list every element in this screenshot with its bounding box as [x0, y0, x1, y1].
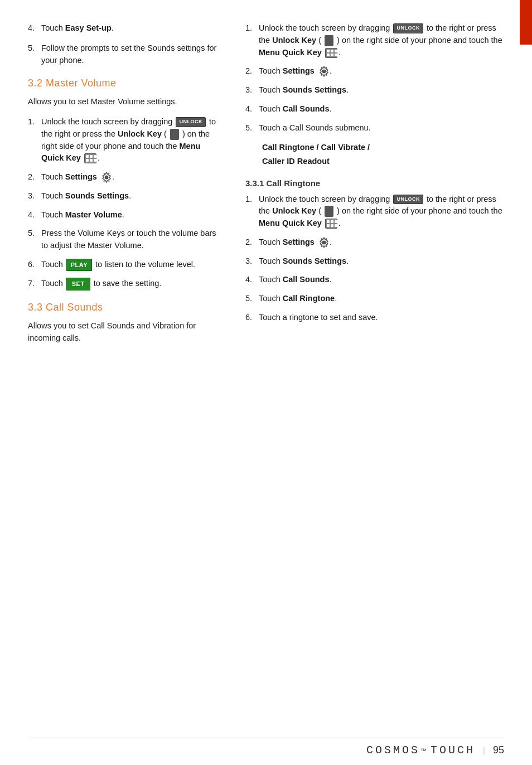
- footer-brand-cosmos: COSMOS: [366, 744, 420, 757]
- bold-text: Call Sounds: [283, 104, 330, 113]
- section-33-desc: Allows you to set Call Sounds and Vibrat…: [28, 320, 217, 345]
- menu-key-icon: [84, 153, 96, 163]
- dot: [331, 54, 333, 56]
- menu-key-grid: [325, 219, 337, 229]
- list-number: 4.: [245, 103, 259, 115]
- dot: [327, 50, 330, 52]
- list-number: 4.: [28, 22, 41, 35]
- dot: [331, 220, 333, 223]
- list-number: 6.: [28, 259, 41, 271]
- menu-key-icon: [325, 48, 337, 58]
- page-number: 95: [493, 744, 504, 756]
- list-item: 3. Touch Sounds Settings.: [245, 84, 504, 96]
- footer-brand-touch: TOUCH: [431, 744, 475, 757]
- list-item: 6. Touch a ringtone to set and save.: [245, 312, 504, 324]
- red-tab-decoration: [520, 0, 532, 45]
- list-item: 1. Unlock the touch screen by dragging U…: [28, 116, 217, 164]
- settings-gear-icon: [318, 66, 330, 77]
- dot: [327, 54, 330, 56]
- list-item: 5. Touch a Call Sounds submenu.: [245, 122, 504, 134]
- page: 4. Touch Easy Set-up. 5. Follow the prom…: [0, 0, 532, 765]
- menu-key-grid: [325, 48, 337, 58]
- list-content: Touch Master Volume.: [41, 209, 217, 221]
- list-content: Touch Call Sounds.: [259, 103, 504, 115]
- section-33-steps: 1. Unlock the touch screen by dragging U…: [245, 22, 504, 134]
- list-content: Follow the prompts to set the Sounds set…: [41, 42, 217, 67]
- section-331: 3.3.1 Call Ringtone 1. Unlock the touch …: [245, 178, 504, 324]
- list-item: 4. Touch Master Volume.: [28, 209, 217, 221]
- dot: [90, 155, 93, 158]
- section-32: 3.2 Master Volume Allows you to set Mast…: [28, 78, 217, 290]
- top-list: 4. Touch Easy Set-up. 5. Follow the prom…: [28, 22, 217, 66]
- list-item: 4. Touch Easy Set-up.: [28, 22, 217, 35]
- bold-text: Menu Quick Key: [41, 142, 200, 163]
- svg-point-0: [105, 176, 108, 179]
- list-item: 2. Touch Settings .: [28, 171, 217, 183]
- list-item: 2. Touch Settings .: [245, 65, 504, 78]
- list-content: Touch a ringtone to set and save.: [259, 312, 504, 324]
- list-number: 3.: [245, 255, 259, 268]
- dot: [335, 54, 337, 56]
- bold-text: Call Ringtone: [283, 294, 335, 303]
- list-number: 3.: [28, 190, 41, 202]
- bold-text: Call Sounds: [283, 275, 330, 284]
- list-content: Touch Sounds Settings.: [41, 190, 217, 202]
- dot: [335, 50, 337, 52]
- call-sounds-submenu: Call Ringtone / Call Vibrate /Caller ID …: [262, 141, 504, 168]
- list-item: 3. Touch Sounds Settings.: [28, 190, 217, 202]
- list-item: 1. Unlock the touch screen by dragging U…: [245, 193, 504, 230]
- bold-text: Menu Quick Key: [259, 48, 322, 57]
- bold-text: Sounds Settings: [283, 256, 346, 265]
- list-number: 2.: [245, 65, 259, 78]
- section-331-steps: 1. Unlock the touch screen by dragging U…: [245, 193, 504, 324]
- list-number: 2.: [28, 171, 41, 183]
- list-number: 5.: [245, 293, 259, 305]
- dot: [94, 159, 96, 162]
- settings-gear-icon: [318, 237, 330, 248]
- list-content: Unlock the touch screen by dragging UNLO…: [41, 116, 217, 164]
- list-item: 7. Touch SET to save the setting.: [28, 278, 217, 290]
- bold-text: Settings: [283, 66, 315, 75]
- unlock-button-img: UNLOCK: [393, 23, 423, 33]
- list-content: Touch Call Sounds.: [259, 274, 504, 286]
- list-content: Unlock the touch screen by dragging UNLO…: [259, 22, 504, 59]
- unlock-button-img: UNLOCK: [176, 117, 206, 127]
- key-icon: [170, 129, 179, 140]
- list-number: 1.: [28, 116, 41, 128]
- settings-gear-icon: [101, 172, 112, 183]
- list-item: 6. Touch PLAY to listen to the volume le…: [28, 259, 217, 272]
- section-32-desc: Allows you to set Master Volume settings…: [28, 96, 217, 108]
- set-button-img: SET: [66, 278, 90, 290]
- list-item: 5. Follow the prompts to set the Sounds …: [28, 42, 217, 67]
- list-content: Touch SET to save the setting.: [41, 278, 217, 290]
- list-item: 3. Touch Sounds Settings.: [245, 255, 504, 268]
- list-number: 1.: [245, 193, 259, 206]
- footer-spacer: |: [483, 745, 485, 755]
- list-number: 1.: [245, 22, 259, 35]
- dot: [86, 155, 89, 158]
- list-number: 5.: [28, 42, 41, 55]
- list-content: Touch Sounds Settings.: [259, 84, 504, 96]
- list-number: 7.: [28, 278, 41, 290]
- bold-text: Unlock Key: [272, 206, 316, 215]
- list-content: Touch Sounds Settings.: [259, 255, 504, 268]
- bold-text: Settings: [65, 172, 97, 181]
- list-number: 2.: [245, 236, 259, 249]
- list-content: Touch Settings .: [259, 65, 504, 78]
- dot: [331, 50, 333, 52]
- footer: COSMOS ™ TOUCH | 95: [0, 738, 532, 765]
- list-content: Unlock the touch screen by dragging UNLO…: [259, 193, 504, 230]
- unlock-button-img: UNLOCK: [393, 195, 423, 205]
- dot: [94, 155, 96, 158]
- footer-brand-tm: ™: [420, 747, 427, 754]
- list-content: Touch Settings .: [41, 171, 217, 183]
- svg-point-1: [322, 70, 326, 73]
- list-item: 4. Touch Call Sounds.: [245, 274, 504, 286]
- key-icon: [325, 35, 333, 46]
- svg-point-2: [322, 241, 326, 244]
- play-button-img: PLAY: [66, 259, 92, 272]
- dot: [327, 224, 330, 227]
- bold-text: Sounds Settings: [65, 191, 129, 200]
- left-column: 4. Touch Easy Set-up. 5. Follow the prom…: [28, 22, 240, 715]
- dot: [90, 159, 93, 162]
